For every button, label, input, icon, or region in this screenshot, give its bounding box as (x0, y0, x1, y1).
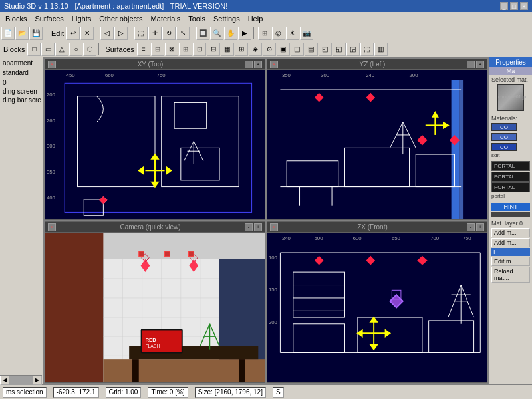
menu-lights[interactable]: Lights (68, 14, 95, 23)
minimize-button[interactable]: _ (500, 2, 508, 10)
surface-btn-14[interactable]: ◰ (319, 43, 332, 56)
viewport-close-zx[interactable]: × (270, 223, 278, 231)
open-file-button[interactable]: 📂 (15, 27, 29, 40)
menu-materials[interactable]: Materials (147, 14, 185, 23)
snap-button[interactable]: ◎ (272, 27, 285, 40)
grid-button[interactable]: ⊞ (258, 27, 271, 40)
surface-btn-12[interactable]: ◫ (291, 43, 304, 56)
viewport-close-camera[interactable]: × (48, 223, 56, 231)
save-file-button[interactable]: 💾 (29, 27, 43, 40)
surface-btn-1[interactable]: ≡ (137, 43, 150, 56)
surface-btn-6[interactable]: ⊟ (207, 43, 220, 56)
add-mat2-button[interactable]: Add m... (491, 238, 530, 247)
menu-blocks[interactable]: Blocks (1, 14, 31, 23)
viewport-zx-plus[interactable]: + (476, 223, 484, 231)
viewport-close-xy[interactable]: × (48, 61, 56, 68)
viewport-yz-left[interactable]: × YZ (Left) - + -350 -300 -240 200 (267, 59, 487, 220)
viewport-zx-front[interactable]: × ZX (Front) - + -240 -500 -600 -650 -70… (267, 221, 487, 383)
surface-btn-4[interactable]: ⊞ (179, 43, 192, 56)
material-item-2[interactable]: CO (491, 132, 530, 142)
delete-button[interactable]: ✕ (80, 27, 94, 40)
viewport-yz-minus[interactable]: - (467, 61, 475, 68)
viewport-xy-plus[interactable]: + (254, 61, 262, 68)
status-coords: -620.3, 172.1 (53, 387, 99, 398)
pan-button[interactable]: ✋ (224, 27, 237, 40)
viewport-camera-content[interactable]: RED FLASH (45, 233, 265, 382)
menu-other-objects[interactable]: Other objects (95, 14, 146, 23)
surface-btn-16[interactable]: ◲ (346, 43, 360, 56)
block-btn-3[interactable]: △ (55, 43, 68, 56)
zoom-button[interactable]: 🔍 (210, 27, 223, 40)
viewport-zx-content[interactable]: -240 -500 -600 -650 -700 -750 100 150 20… (267, 233, 487, 382)
view-button[interactable]: 🔲 (196, 27, 209, 40)
surface-btn-9[interactable]: ◈ (249, 43, 262, 56)
surface-btn-18[interactable]: ▥ (374, 43, 388, 56)
reload-mat-button[interactable]: Reload mat... (491, 267, 530, 283)
svg-text:-650: -650 (390, 235, 400, 241)
svg-text:-240: -240 (280, 235, 291, 241)
svg-text:260: 260 (47, 118, 55, 124)
undo-button[interactable]: ↩ (66, 27, 80, 40)
render-button[interactable]: ▶ (238, 27, 251, 40)
mat-layer-label: Mat. layer 0 (491, 220, 530, 227)
material-item-1[interactable]: CO (491, 122, 530, 132)
move-button[interactable]: ✛ (148, 27, 162, 40)
close-button[interactable]: × (520, 2, 528, 10)
surface-btn-11[interactable]: ▣ (277, 43, 290, 56)
surface-btn-2[interactable]: ⊟ (151, 43, 164, 56)
block-btn-2[interactable]: ▭ (41, 43, 55, 56)
menu-surfaces[interactable]: Surfaces (31, 14, 67, 23)
viewport-xy-minus[interactable]: - (245, 61, 253, 68)
sidebar-item-screen[interactable]: ding screen (1, 87, 41, 96)
add-mat-button[interactable]: Add m... (491, 228, 530, 237)
surface-btn-15[interactable]: ◱ (332, 43, 346, 56)
viewport-camera-minus[interactable]: - (245, 223, 253, 231)
scroll-right-button[interactable]: ▶ (33, 376, 42, 385)
maximize-button[interactable]: □ (510, 2, 518, 10)
title-bar-controls[interactable]: _ □ × (500, 2, 528, 10)
select-button[interactable]: ⬚ (134, 27, 148, 40)
scroll-track[interactable] (9, 376, 33, 385)
viewport-yz-content[interactable]: -350 -300 -240 200 (267, 70, 487, 219)
block-btn-5[interactable]: ⬡ (83, 43, 96, 56)
scale-button[interactable]: ⤡ (176, 27, 190, 40)
light-button[interactable]: ☀ (286, 27, 299, 40)
surface-btn-10[interactable]: ⊙ (263, 43, 276, 56)
block-btn-4[interactable]: ○ (69, 43, 82, 56)
undo2-button[interactable]: ◁ (100, 27, 114, 40)
viewport-yz-plus[interactable]: + (476, 61, 484, 68)
surface-btn-3[interactable]: ⊠ (165, 43, 178, 56)
surface-btn-13[interactable]: ▤ (305, 43, 318, 56)
sidebar-item-0[interactable]: 0 (1, 78, 41, 87)
portal-button-1[interactable]: PORTAL (491, 161, 530, 171)
viewport-close-yz[interactable]: × (270, 61, 278, 68)
surface-btn-7[interactable]: ▦ (221, 43, 234, 56)
viewport-zx-minus[interactable]: - (467, 223, 475, 231)
sidebar-item-apartment[interactable]: apartment (1, 59, 41, 67)
surface-btn-5[interactable]: ⊡ (193, 43, 206, 56)
viewport-xy-content[interactable]: -450 -660 -750 200 260 300 350 400 (45, 70, 265, 219)
scroll-left-button[interactable]: ◀ (0, 376, 9, 385)
surface-btn-8[interactable]: ⊞ (235, 43, 248, 56)
menu-help[interactable]: Help (244, 14, 267, 23)
menu-settings[interactable]: Settings (209, 14, 244, 23)
sidebar-item-bar[interactable]: ding bar scre (1, 96, 41, 104)
block-btn-1[interactable]: □ (27, 43, 41, 56)
viewport-camera[interactable]: × Camera (quick view) - + (45, 221, 265, 383)
viewport-camera-plus[interactable]: + (254, 223, 262, 231)
material-item-3[interactable]: CO (491, 142, 530, 152)
redo-button[interactable]: ▷ (114, 27, 128, 40)
cam-button[interactable]: 📷 (300, 27, 313, 40)
portal-button-2[interactable]: PORTAL (491, 172, 530, 182)
viewport-xy-top[interactable]: × XY (Top) - + -450 -660 -750 200 260 (45, 59, 265, 220)
rotate-button[interactable]: ↻ (162, 27, 176, 40)
sidebar-item-standard[interactable]: standard (1, 68, 41, 77)
properties-tab[interactable]: Ma (489, 67, 532, 75)
new-file-button[interactable]: 📄 (1, 27, 15, 40)
edit-mat-button[interactable]: Edit m... (491, 257, 530, 266)
surface-btn-17[interactable]: ⬚ (360, 43, 374, 56)
some-blue-button[interactable]: I (491, 248, 530, 256)
hint-button[interactable]: HINT (491, 203, 530, 211)
portal-button-3[interactable]: PORTAL (491, 182, 530, 192)
menu-tools[interactable]: Tools (184, 14, 209, 23)
